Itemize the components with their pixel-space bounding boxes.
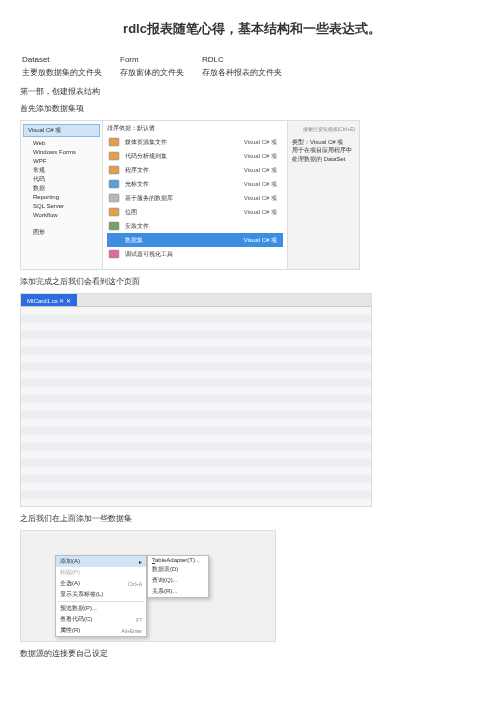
template-row[interactable]: 光标文件Visual C# 项 — [107, 177, 283, 191]
def-desc: 存放窗体的文件夹 — [120, 67, 200, 78]
menu-item[interactable]: 显示关系标签(L) — [56, 589, 146, 600]
menu-item[interactable]: 添加(A)▸ — [56, 556, 146, 567]
tree-header[interactable]: Visual C# 项 — [23, 124, 100, 137]
menu-item[interactable]: TableAdapter(T)... — [148, 556, 208, 564]
template-label: 基于服务的数据库 — [125, 194, 244, 203]
screenshot-vs-add-item: Visual C# 项 Web Windows Forms WPF 常规 代码 … — [20, 120, 360, 270]
tab-bar: MICard1.cs ✕ ✕ — [21, 294, 371, 306]
template-row[interactable]: 数据集Visual C# 项 — [107, 233, 283, 247]
menu-item[interactable]: 查询(Q)... — [148, 575, 208, 586]
svg-rect-2 — [109, 166, 119, 174]
svg-rect-0 — [109, 138, 119, 146]
template-label: 安装文件 — [125, 222, 277, 231]
menu-separator — [58, 601, 144, 602]
body-text: 添加完成之后我们会看到这个页面 — [20, 276, 484, 287]
template-row[interactable]: 安装文件 — [107, 219, 283, 233]
svg-rect-5 — [109, 208, 119, 216]
tree-item[interactable]: Reporting — [23, 193, 100, 202]
context-menu: 添加(A)▸粘贴(P)全选(A)Ctrl+A显示关系标签(L)预览数据(P)..… — [55, 555, 147, 637]
def-desc: 主要放数据集的文件夹 — [22, 67, 118, 78]
editor-tab[interactable]: MICard1.cs ✕ ✕ — [21, 294, 77, 306]
menu-item[interactable]: 关系(R)... — [148, 586, 208, 597]
screenshot-context-menu: 添加(A)▸粘贴(P)全选(A)Ctrl+A显示关系标签(L)预览数据(P)..… — [20, 530, 276, 642]
file-icon — [107, 164, 121, 176]
type-desc: 用于在项目应用程序中处理数据的 DataSet — [292, 146, 355, 163]
template-label: 位图 — [125, 208, 244, 217]
template-label: 数据集 — [125, 236, 244, 245]
template-label: 程序文件 — [125, 166, 244, 175]
svg-rect-8 — [109, 250, 119, 258]
menu-item[interactable]: 属性(R)Alt+Enter — [56, 625, 146, 636]
file-icon — [107, 220, 121, 232]
tree-item[interactable]: 常规 — [23, 166, 100, 175]
tree-item[interactable]: Web — [23, 139, 100, 148]
tree-item[interactable]: WPF — [23, 157, 100, 166]
svg-rect-3 — [109, 180, 119, 188]
body-text: 之后我们在上面添加一些数据集 — [20, 513, 484, 524]
tree-item[interactable]: 数据 — [23, 184, 100, 193]
file-icon — [107, 234, 121, 246]
search-input[interactable]: 搜索已安装模板(Ctrl+E) — [303, 126, 355, 132]
file-icon — [107, 248, 121, 260]
template-label: 媒体资源集文件 — [125, 138, 244, 147]
tree-item[interactable]: SQL Server — [23, 202, 100, 211]
template-tag: Visual C# 项 — [244, 236, 283, 245]
template-tag: Visual C# 项 — [244, 194, 283, 203]
chevron-right-icon: ▸ — [139, 558, 142, 565]
template-tag: Visual C# 项 — [244, 208, 283, 217]
tree-item[interactable]: 代码 — [23, 175, 100, 184]
template-label: 光标文件 — [125, 180, 244, 189]
template-row[interactable]: 基于服务的数据库Visual C# 项 — [107, 191, 283, 205]
template-label: 代码分析规则集 — [125, 152, 244, 161]
menu-item[interactable]: 查看代码(C)F7 — [56, 614, 146, 625]
file-icon — [107, 206, 121, 218]
body-text: 第一部，创建报表结构 — [20, 86, 484, 97]
screenshot-dataset-designer: MICard1.cs ✕ ✕ — [20, 293, 372, 507]
template-row[interactable]: 调试器可视化工具 — [107, 247, 283, 261]
menu-item[interactable]: 预览数据(P)... — [56, 603, 146, 614]
file-icon — [107, 192, 121, 204]
sort-label[interactable]: 排序依据：默认值 — [107, 125, 155, 131]
description-panel: 搜索已安装模板(Ctrl+E) 类型：Visual C# 项 用于在项目应用程序… — [287, 121, 359, 269]
template-label: 调试器可视化工具 — [125, 250, 277, 259]
body-text: 首先添加数据集项 — [20, 103, 484, 114]
def-term: Form — [120, 54, 200, 65]
def-term: RDLC — [202, 54, 298, 65]
menu-item: 粘贴(P) — [56, 567, 146, 578]
file-icon — [107, 178, 121, 190]
page-title: rdlc报表随笔心得，基本结构和一些表达式。 — [20, 20, 484, 38]
def-desc: 存放各种报表的文件夹 — [202, 67, 298, 78]
template-row[interactable]: 代码分析规则集Visual C# 项 — [107, 149, 283, 163]
svg-rect-1 — [109, 152, 119, 160]
template-row[interactable]: 媒体资源集文件Visual C# 项 — [107, 135, 283, 149]
tree-item[interactable]: 图形 — [23, 228, 100, 237]
svg-rect-4 — [109, 194, 119, 202]
svg-rect-7 — [109, 236, 119, 244]
menu-item[interactable]: 全选(A)Ctrl+A — [56, 578, 146, 589]
template-tag: Visual C# 项 — [244, 180, 283, 189]
svg-rect-6 — [109, 222, 119, 230]
def-term: Dataset — [22, 54, 118, 65]
tree-item[interactable]: Workflow — [23, 211, 100, 220]
category-tree: Visual C# 项 Web Windows Forms WPF 常规 代码 … — [21, 121, 103, 269]
template-tag: Visual C# 项 — [244, 152, 283, 161]
template-row[interactable]: 程序文件Visual C# 项 — [107, 163, 283, 177]
file-icon — [107, 150, 121, 162]
menu-item[interactable]: 数据表(D) — [148, 564, 208, 575]
file-icon — [107, 136, 121, 148]
template-tag: Visual C# 项 — [244, 166, 283, 175]
definitions-table: Dataset Form RDLC 主要放数据集的文件夹 存放窗体的文件夹 存放… — [20, 52, 300, 80]
body-text: 数据源的连接要自己设定 — [20, 648, 484, 659]
template-list: 排序依据：默认值 媒体资源集文件Visual C# 项代码分析规则集Visual… — [103, 121, 287, 269]
template-row[interactable]: 位图Visual C# 项 — [107, 205, 283, 219]
designer-surface[interactable] — [21, 306, 371, 507]
type-label: 类型：Visual C# 项 — [292, 138, 355, 146]
tree-item[interactable]: Windows Forms — [23, 148, 100, 157]
context-submenu: TableAdapter(T)...数据表(D)查询(Q)...关系(R)... — [147, 555, 209, 598]
template-tag: Visual C# 项 — [244, 138, 283, 147]
